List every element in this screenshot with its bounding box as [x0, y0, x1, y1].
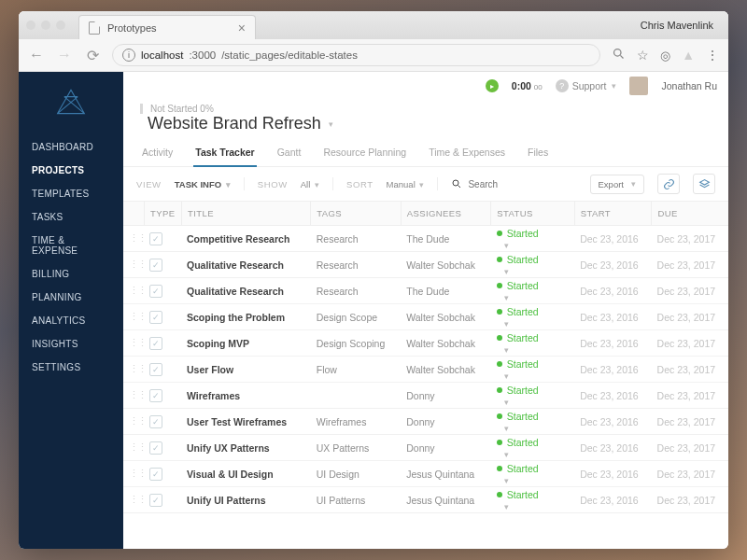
- table-row[interactable]: ⋮⋮✓User FlowFlowWalter SobchakStarted▾De…: [123, 357, 728, 383]
- sidebar-item-analytics[interactable]: ANALYTICS: [19, 309, 123, 332]
- task-title[interactable]: Scoping the Problem: [181, 305, 311, 329]
- task-title[interactable]: Competitive Research: [181, 227, 311, 251]
- drag-handle-icon[interactable]: ⋮⋮: [123, 226, 144, 251]
- task-start[interactable]: Dec 23, 2016: [574, 279, 651, 303]
- drag-handle-icon[interactable]: ⋮⋮: [123, 461, 144, 486]
- table-row[interactable]: ⋮⋮✓Unify UX PatternsUX PatternsDonnyStar…: [123, 435, 728, 461]
- task-due[interactable]: Dec 23, 2017: [652, 227, 728, 251]
- extension-icon[interactable]: ◎: [660, 49, 670, 63]
- tab-time-expenses[interactable]: Time & Expenses: [427, 141, 507, 166]
- task-start[interactable]: Dec 23, 2016: [574, 410, 651, 434]
- task-due[interactable]: Dec 23, 2017: [652, 436, 728, 460]
- col-tags[interactable]: TAGS: [310, 202, 401, 225]
- avatar[interactable]: [629, 77, 648, 95]
- sidebar-item-projects[interactable]: PROJECTS: [19, 159, 123, 182]
- col-title[interactable]: TITLE: [181, 202, 310, 225]
- search-page-icon[interactable]: [612, 47, 626, 63]
- zoom-window-icon[interactable]: [56, 21, 65, 30]
- task-title[interactable]: Qualitative Research: [181, 279, 311, 303]
- task-start[interactable]: Dec 23, 2016: [574, 331, 651, 356]
- table-row[interactable]: ⋮⋮✓Competitive ResearchResearchThe DudeS…: [123, 226, 728, 252]
- task-title[interactable]: User Flow: [181, 357, 311, 382]
- layers-icon-button[interactable]: [693, 174, 715, 194]
- drag-handle-icon[interactable]: ⋮⋮: [123, 383, 144, 408]
- drag-handle-icon[interactable]: ⋮⋮: [123, 357, 144, 382]
- task-due[interactable]: Dec 23, 2017: [652, 305, 728, 329]
- table-row[interactable]: ⋮⋮✓Scoping the ProblemDesign ScopeWalter…: [123, 304, 728, 330]
- drag-handle-icon[interactable]: ⋮⋮: [123, 278, 144, 303]
- menu-icon[interactable]: ⋮: [706, 48, 719, 63]
- search-box[interactable]: [451, 178, 576, 189]
- minimize-window-icon[interactable]: [41, 21, 50, 30]
- task-checkbox[interactable]: ✓: [144, 278, 181, 304]
- sidebar-item-settings[interactable]: SETTINGS: [19, 356, 123, 379]
- sidebar-item-insights[interactable]: INSIGHTS: [19, 332, 123, 356]
- search-input[interactable]: [468, 179, 561, 189]
- drag-handle-icon[interactable]: ⋮⋮: [123, 487, 144, 512]
- site-info-icon[interactable]: i: [122, 49, 135, 62]
- drag-handle-icon[interactable]: ⋮⋮: [123, 409, 144, 434]
- export-button[interactable]: Export ▾: [590, 175, 644, 194]
- task-due[interactable]: Dec 23, 2017: [652, 410, 728, 434]
- task-title[interactable]: Unify UI Patterns: [181, 488, 311, 512]
- task-checkbox[interactable]: ✓: [144, 435, 181, 461]
- window-controls[interactable]: [26, 21, 65, 30]
- task-checkbox[interactable]: ✓: [144, 330, 181, 357]
- table-row[interactable]: ⋮⋮✓Scoping MVPDesign ScopingWalter Sobch…: [123, 330, 728, 357]
- task-checkbox[interactable]: ✓: [144, 226, 181, 252]
- back-icon[interactable]: ←: [28, 47, 45, 63]
- drag-handle-icon[interactable]: ⋮⋮: [123, 435, 144, 460]
- sort-select[interactable]: Manual ▾: [387, 179, 425, 189]
- task-checkbox[interactable]: ✓: [144, 383, 181, 409]
- task-due[interactable]: Dec 23, 2017: [652, 384, 728, 408]
- task-start[interactable]: Dec 23, 2016: [574, 305, 651, 329]
- task-due[interactable]: Dec 23, 2017: [652, 331, 728, 356]
- task-start[interactable]: Dec 23, 2016: [574, 253, 651, 277]
- drag-handle-icon[interactable]: ⋮⋮: [123, 252, 144, 277]
- task-title[interactable]: Scoping MVP: [181, 331, 311, 356]
- browser-profile-name[interactable]: Chris Mavenlink: [641, 20, 721, 31]
- tab-activity[interactable]: Activity: [140, 141, 175, 166]
- task-checkbox[interactable]: ✓: [144, 304, 181, 330]
- task-checkbox[interactable]: ✓: [144, 252, 181, 278]
- reload-icon[interactable]: ⟳: [84, 47, 101, 64]
- task-title[interactable]: Wireframes: [181, 384, 311, 408]
- extension-icon-2[interactable]: ▲: [682, 48, 695, 63]
- browser-tab[interactable]: Prototypes ×: [78, 15, 256, 39]
- support-link[interactable]: ? Support ▾: [556, 79, 617, 92]
- table-row[interactable]: ⋮⋮✓Visual & UI DesignUI DesignJesus Quin…: [123, 461, 728, 487]
- task-due[interactable]: Dec 23, 2017: [652, 253, 728, 277]
- task-due[interactable]: Dec 23, 2017: [652, 462, 728, 486]
- tab-resource-planning[interactable]: Resource Planning: [321, 141, 408, 166]
- task-start[interactable]: Dec 23, 2016: [574, 462, 651, 486]
- task-due[interactable]: Dec 23, 2017: [652, 488, 728, 512]
- sidebar-item-planning[interactable]: PLANNING: [19, 286, 123, 309]
- task-start[interactable]: Dec 23, 2016: [574, 488, 651, 512]
- close-window-icon[interactable]: [26, 21, 35, 30]
- task-title[interactable]: Qualitative Research: [181, 253, 311, 277]
- task-start[interactable]: Dec 23, 2016: [574, 357, 651, 382]
- sidebar-item-time-expense[interactable]: TIME & EXPENSE: [19, 229, 123, 262]
- account-name[interactable]: Jonathan Ru: [661, 80, 717, 91]
- project-title[interactable]: Website Brand Refresh ▾: [140, 114, 712, 133]
- task-checkbox[interactable]: ✓: [144, 409, 181, 435]
- task-checkbox[interactable]: ✓: [144, 487, 181, 513]
- task-title[interactable]: Visual & UI Design: [181, 462, 311, 486]
- drag-handle-icon[interactable]: ⋮⋮: [123, 304, 144, 329]
- table-row[interactable]: ⋮⋮✓Qualitative ResearchResearchWalter So…: [123, 252, 728, 278]
- link-icon-button[interactable]: [657, 174, 680, 194]
- table-row[interactable]: ⋮⋮✓Unify UI PatternsUI PatternsJesus Qui…: [123, 487, 728, 513]
- table-row[interactable]: ⋮⋮✓User Test WireframesWireframesDonnySt…: [123, 409, 728, 435]
- col-assignees[interactable]: ASSIGNEES: [401, 202, 491, 225]
- tab-files[interactable]: Files: [526, 141, 550, 166]
- task-start[interactable]: Dec 23, 2016: [574, 384, 651, 408]
- tab-task-tracker[interactable]: Task Tracker: [193, 141, 256, 167]
- show-select[interactable]: All ▾: [301, 179, 319, 189]
- timer-play-icon[interactable]: ▸: [486, 79, 499, 92]
- table-row[interactable]: ⋮⋮✓Qualitative ResearchResearchThe DudeS…: [123, 278, 728, 304]
- view-select[interactable]: TASK INFO ▾: [175, 179, 231, 189]
- task-start[interactable]: Dec 23, 2016: [574, 436, 651, 460]
- drag-handle-icon[interactable]: ⋮⋮: [123, 330, 144, 356]
- task-checkbox[interactable]: ✓: [144, 461, 181, 487]
- sidebar-item-billing[interactable]: BILLING: [19, 262, 123, 286]
